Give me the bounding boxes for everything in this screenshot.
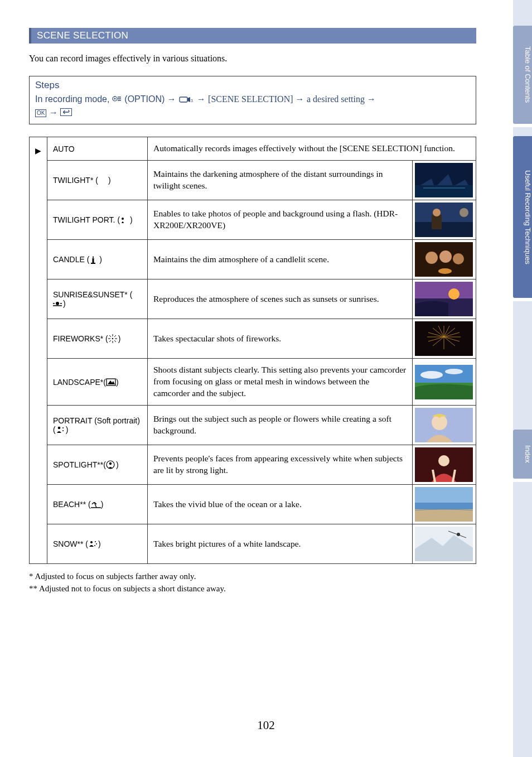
option-label: CANDLE ( — [53, 255, 89, 264]
svg-point-71 — [420, 371, 443, 379]
footnote-1: * Adjusted to focus on subjects farther … — [29, 571, 476, 583]
tab-useful-recording-techniques[interactable]: Useful Recording Techniques — [513, 136, 532, 298]
portrait-icon — [56, 425, 66, 434]
option-label-suffix: ) — [63, 299, 66, 308]
table-row: TWILIGHT PORT. ()Enables to take photos … — [30, 200, 476, 240]
thumbnail-image — [415, 447, 473, 482]
option-thumbnail — [413, 406, 476, 445]
option-name: AUTO — [47, 137, 148, 161]
svg-point-49 — [439, 250, 452, 263]
option-name: SPOTLIGHT**() — [47, 445, 148, 485]
option-description: Maintains the dim atmosphere of a candle… — [148, 240, 413, 279]
footnote-2: ** Adjusted not to focus on subjects a s… — [29, 583, 476, 595]
option-name: FIREWORKS* () — [47, 319, 148, 359]
option-icon — [112, 96, 122, 104]
table-row: PORTRAIT (Soft portrait) ()Brings out th… — [30, 406, 476, 445]
option-label: SPOTLIGHT**( — [53, 460, 106, 469]
thumbnail-image — [415, 321, 473, 356]
arrow-icon: → — [167, 94, 176, 104]
option-name: TWILIGHT* () — [47, 161, 148, 200]
option-thumbnail — [413, 524, 476, 564]
thumbnail-image — [415, 202, 473, 237]
option-label-suffix: ) — [98, 539, 101, 548]
return-button-icon: ↩ — [60, 108, 72, 116]
steps-title: Steps — [35, 80, 470, 91]
thumbnail-image — [415, 487, 473, 522]
option-label: FIREWORKS* ( — [53, 334, 108, 343]
option-thumbnail — [413, 445, 476, 485]
thumbnail-image — [415, 282, 473, 316]
option-label-suffix: ) — [116, 378, 119, 387]
tab-table-of-contents[interactable]: Table of Contents — [513, 26, 532, 124]
section-header: SCENE SELECTION — [29, 28, 476, 44]
option-thumbnail — [413, 161, 476, 200]
table-row: TWILIGHT* ()Maintains the darkening atmo… — [30, 161, 476, 200]
svg-point-50 — [453, 253, 464, 264]
steps-box: Steps In recording mode, (OPTION) → → [S… — [29, 76, 476, 124]
tab-spacer — [513, 0, 532, 26]
option-label-suffix: ) — [116, 460, 119, 469]
option-description: Automatically records images effectively… — [148, 137, 476, 161]
svg-rect-40 — [415, 185, 473, 197]
option-description: Maintains the darkening atmosphere of th… — [148, 161, 413, 200]
option-name: CANDLE () — [47, 240, 148, 279]
moon-icon — [98, 176, 108, 185]
spotlight-icon — [106, 460, 116, 469]
svg-rect-80 — [415, 509, 473, 522]
tab-index[interactable]: Index — [513, 430, 532, 479]
fireworks-icon — [108, 334, 118, 343]
svg-point-44 — [460, 208, 468, 217]
option-description: Takes the vivid blue of the ocean or a l… — [148, 485, 413, 524]
tab-spacer — [513, 301, 532, 430]
option-thumbnail — [413, 359, 476, 406]
camera-tab-icon — [178, 95, 194, 104]
tab-spacer — [513, 127, 532, 136]
option-thumbnail — [413, 200, 476, 240]
landscape-icon — [106, 378, 116, 387]
table-row: LANDSCAPE*()Shoots distant subjects clea… — [30, 359, 476, 406]
steps-instruction: In recording mode, (OPTION) → → [SCENE S… — [35, 93, 470, 119]
option-description: Takes spectacular shots of fireworks. — [148, 319, 413, 359]
option-name: BEACH** () — [47, 485, 148, 524]
option-description: Takes bright pictures of a white landsca… — [148, 524, 413, 564]
option-thumbnail — [413, 319, 476, 359]
svg-point-77 — [438, 455, 449, 466]
option-name: SNOW** () — [47, 524, 148, 564]
option-description: Brings out the subject such as people or… — [148, 406, 413, 445]
option-label: TWILIGHT PORT. ( — [53, 215, 120, 224]
thumbnail-image — [415, 242, 473, 277]
table-row: CANDLE ()Maintains the dim atmosphere of… — [30, 240, 476, 279]
svg-point-48 — [425, 252, 438, 264]
steps-menu-item: [SCENE SELECTION] — [208, 94, 295, 104]
snow-icon — [88, 539, 98, 548]
option-label-suffix: ) — [66, 425, 69, 434]
option-label-suffix: ) — [101, 500, 104, 509]
svg-point-46 — [433, 209, 441, 216]
steps-option-label: (OPTION) — [124, 94, 167, 104]
option-description: Shoots distant subjects clearly. This se… — [148, 359, 413, 406]
intro-text: You can record images effectively in var… — [29, 52, 476, 65]
ok-button-icon: OK — [35, 109, 46, 117]
option-label: TWILIGHT* ( — [53, 176, 98, 185]
option-label-suffix: ) — [108, 176, 111, 185]
table-row: FIREWORKS* ()Takes spectacular shots of … — [30, 319, 476, 359]
option-label-suffix: ) — [118, 334, 121, 343]
option-label: LANDSCAPE*( — [53, 378, 106, 387]
option-label-suffix: ) — [99, 255, 102, 264]
option-description: Enables to take photos of people and bac… — [148, 200, 413, 240]
svg-rect-79 — [415, 503, 473, 509]
option-description: Reproduces the atmosphere of scenes such… — [148, 279, 413, 319]
option-thumbnail — [413, 279, 476, 319]
steps-suffix: a desired setting — [307, 94, 367, 104]
thumbnail-image — [415, 163, 473, 197]
svg-point-72 — [445, 369, 463, 374]
option-label-suffix: ) — [130, 215, 133, 224]
option-name: SUNRISE&SUNSET* () — [47, 279, 148, 319]
arrow-icon: → — [367, 94, 376, 104]
steps-prefix: In recording mode, — [35, 94, 112, 104]
table-row: BEACH** ()Takes the vivid blue of the oc… — [30, 485, 476, 524]
option-label: SNOW** ( — [53, 539, 88, 548]
side-tabs: Table of Contents Useful Recording Techn… — [513, 0, 532, 757]
default-marker: ▶ — [30, 137, 47, 564]
candle-icon — [89, 255, 99, 264]
